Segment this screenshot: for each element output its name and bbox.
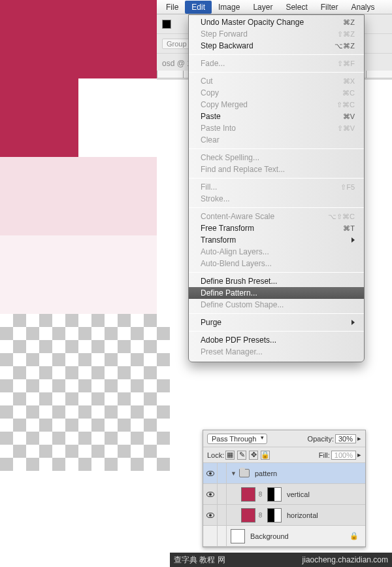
menuitem-undo-master-opacity-change[interactable]: Undo Master Opacity Change⌘Z	[189, 16, 364, 28]
layer-row-horizontal[interactable]: 𝟾horizontal	[203, 505, 365, 526]
menuitem-paste-into: Paste Into⇧⌘V	[189, 122, 364, 134]
layer-visibility-toggle[interactable]	[203, 484, 218, 504]
menuitem-label: Copy	[201, 88, 219, 97]
document-tab-hint[interactable]: osd @ 1	[162, 59, 191, 68]
swatch-pale	[0, 235, 157, 314]
menu-separator	[189, 148, 364, 149]
link-icon: 𝟾	[258, 490, 265, 498]
menuitem-shortcut: ⇧F5	[340, 183, 355, 192]
eye-icon	[206, 471, 214, 476]
menuitem-adobe-pdf-presets[interactable]: Adobe PDF Presets...	[189, 334, 364, 346]
layer-visibility-toggle[interactable]	[203, 505, 218, 525]
watermark-bottom: 查字典 教程 网 jiaocheng.chazidian.com	[170, 553, 392, 567]
disclosure-icon[interactable]: ▼	[231, 470, 237, 477]
menubar-item-edit[interactable]: Edit	[185, 1, 212, 14]
fill-value[interactable]: 100%	[331, 451, 356, 460]
transparency-checker	[0, 314, 170, 471]
menubar-item-file[interactable]: File	[159, 1, 185, 14]
blend-mode-select[interactable]: Pass Through	[207, 434, 267, 444]
menubar-item-analys[interactable]: Analys	[344, 1, 381, 14]
menuitem-label: Paste Into	[201, 124, 236, 133]
menubar-item-select[interactable]: Select	[279, 1, 314, 14]
group-chip[interactable]: Group	[162, 39, 191, 49]
layers-panel: Pass Through Opacity: 30% ▸ Lock: ▦ ✎ ✥ …	[203, 430, 366, 547]
menuitem-copy-merged: Copy Merged⇧⌘C	[189, 99, 364, 111]
menuitem-label: Content-Aware Scale	[201, 212, 274, 221]
menuitem-transform[interactable]: Transform	[189, 234, 364, 246]
menuitem-label: Paste	[201, 112, 221, 121]
lock-pixels-icon[interactable]: ✎	[237, 451, 246, 460]
menuitem-shortcut: ⇧⌘V	[337, 124, 355, 133]
layer-link-column	[218, 463, 227, 483]
menu-separator	[189, 313, 364, 314]
layer-name[interactable]: Background	[250, 532, 289, 540]
layer-name[interactable]: vertical	[287, 490, 310, 498]
lock-position-icon[interactable]: ✥	[249, 451, 258, 460]
swatch-pink	[0, 157, 157, 235]
menubar-item-filter[interactable]: Filter	[314, 1, 345, 14]
fill-arrow-icon[interactable]: ▸	[357, 451, 361, 459]
menuitem-paste[interactable]: Paste⌘V	[189, 111, 364, 122]
menu-separator	[189, 272, 364, 273]
menuitem-label: Free Transform	[201, 224, 254, 233]
menubar-item-layer[interactable]: Layer	[246, 1, 279, 14]
menuitem-label: Define Custom Shape...	[201, 300, 284, 309]
layer-content: ▼pattern	[227, 469, 365, 477]
menuitem-shortcut: ⌘Z	[343, 18, 355, 27]
layer-row-background[interactable]: Background🔒	[203, 526, 365, 547]
menuitem-shortcut: ⌘X	[343, 77, 355, 86]
menuitem-label: Cut	[201, 77, 213, 86]
menuitem-label: Stroke...	[201, 194, 230, 203]
canvas-area	[0, 0, 183, 471]
layer-visibility-toggle[interactable]	[203, 463, 218, 483]
menuitem-label: Fade...	[201, 59, 225, 68]
edit-menu: Undo Master Opacity Change⌘ZStep Forward…	[188, 14, 365, 362]
layer-name[interactable]: horizontal	[287, 511, 318, 519]
menuitem-purge[interactable]: Purge	[189, 317, 364, 328]
menuitem-stroke: Stroke...	[189, 193, 364, 205]
menuitem-step-backward[interactable]: Step Backward⌥⌘Z	[189, 40, 364, 52]
menuitem-label: Clear	[201, 135, 220, 145]
menuitem-define-custom-shape: Define Custom Shape...	[189, 299, 364, 311]
menuitem-cut: Cut⌘X	[189, 75, 364, 87]
lock-all-icon[interactable]: 🔒	[261, 451, 270, 460]
layer-content: 𝟾vertical	[227, 487, 365, 502]
menu-separator	[189, 54, 364, 55]
menuitem-shortcut: ⌥⌘Z	[335, 42, 355, 50]
menuitem-label: Undo Master Opacity Change	[201, 18, 304, 27]
lock-transparent-icon[interactable]: ▦	[225, 451, 235, 460]
menuitem-auto-blend-layers: Auto-Blend Layers...	[189, 258, 364, 269]
menuitem-check-spelling: Check Spelling...	[189, 152, 364, 163]
menubar-item-image[interactable]: Image	[212, 1, 246, 14]
menuitem-define-pattern[interactable]: Define Pattern...	[189, 287, 364, 299]
menuitem-shortcut: ⌥⇧⌘C	[328, 213, 355, 221]
layer-thumbnail	[241, 487, 255, 502]
eye-icon	[206, 492, 214, 497]
menuitem-fill: Fill...⇧F5	[189, 181, 364, 193]
opacity-value[interactable]: 30%	[335, 434, 356, 443]
menuitem-shortcut: ⌘T	[343, 224, 355, 233]
menuitem-label: Auto-Align Layers...	[201, 247, 269, 256]
folder-icon	[239, 469, 250, 477]
watermark-bottom-right: jiaocheng.chazidian.com	[302, 555, 388, 564]
menuitem-label: Step Forward	[201, 29, 248, 39]
layer-row-pattern[interactable]: ▼pattern	[203, 463, 365, 484]
layer-row-vertical[interactable]: 𝟾vertical	[203, 484, 365, 505]
menuitem-define-brush-preset[interactable]: Define Brush Preset...	[189, 275, 364, 287]
menuitem-free-transform[interactable]: Free Transform⌘T	[189, 222, 364, 234]
opacity-arrow-icon[interactable]: ▸	[357, 434, 361, 443]
layer-visibility-toggle[interactable]	[203, 526, 218, 546]
menuitem-label: Adobe PDF Presets...	[201, 335, 276, 345]
menuitem-label: Preset Manager...	[201, 347, 263, 356]
menuitem-shortcut: ⇧⌘Z	[337, 30, 355, 39]
menuitem-shortcut: ⌘C	[342, 89, 355, 97]
menuitem-label: Auto-Blend Layers...	[201, 259, 272, 268]
menuitem-content-aware-scale: Content-Aware Scale⌥⇧⌘C	[189, 211, 364, 222]
layer-link-column	[218, 505, 227, 525]
menu-separator	[189, 72, 364, 73]
swap-swatch-icon	[162, 20, 171, 29]
submenu-arrow-icon	[351, 320, 355, 325]
link-icon: 𝟾	[258, 511, 265, 519]
menuitem-label: Copy Merged	[201, 100, 248, 109]
layer-name[interactable]: pattern	[255, 470, 277, 477]
